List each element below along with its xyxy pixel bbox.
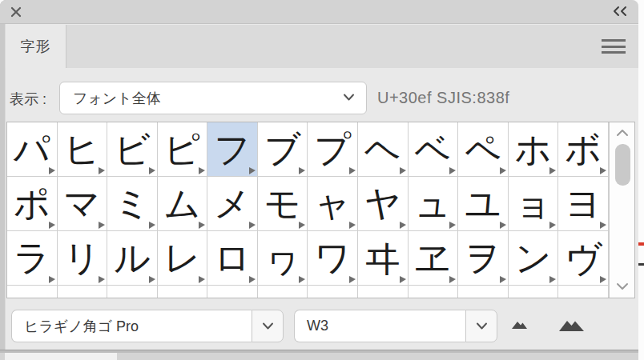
alternate-glyph-triangle-icon[interactable]: [299, 222, 305, 229]
display-select[interactable]: フォント全体: [59, 82, 367, 114]
alternate-glyph-triangle-icon[interactable]: [49, 276, 55, 283]
alternate-glyph-triangle-icon[interactable]: [449, 276, 456, 283]
glyph-cell-ワ[interactable]: ワ: [308, 231, 358, 286]
alternate-glyph-triangle-icon[interactable]: [500, 222, 506, 229]
alternate-glyph-triangle-icon[interactable]: [49, 222, 55, 229]
glyph-cell-ヱ[interactable]: ヱ: [409, 231, 459, 286]
glyph-cell-フ[interactable]: フ: [207, 122, 258, 177]
glyph-cell-ポ[interactable]: ポ: [7, 177, 58, 231]
alternate-glyph-triangle-icon[interactable]: [400, 167, 406, 174]
glyph-cell-ブ[interactable]: ブ: [258, 122, 308, 177]
alternate-glyph-triangle-icon[interactable]: [249, 167, 256, 174]
collapse-double-chevron-icon[interactable]: [611, 5, 629, 18]
scroll-up-icon[interactable]: [616, 128, 629, 138]
alternate-glyph-triangle-icon[interactable]: [600, 276, 606, 283]
alternate-glyph-triangle-icon[interactable]: [349, 276, 356, 283]
glyph-cell-ヨ[interactable]: ヨ: [558, 177, 609, 231]
next-panel-tab[interactable]: [5, 353, 117, 360]
alternate-glyph-triangle-icon[interactable]: [199, 276, 205, 283]
glyph-cell-ャ[interactable]: ャ: [308, 177, 358, 231]
glyph-cell-ユ[interactable]: ユ: [458, 177, 509, 231]
glyph-cell-ミ[interactable]: ミ: [107, 177, 158, 231]
glyph-cell-ペ[interactable]: ペ: [458, 122, 509, 177]
font-family-dropdown-button[interactable]: [252, 310, 284, 342]
large-mountain-icon[interactable]: [557, 317, 594, 334]
glyph-cell-メ[interactable]: メ: [207, 177, 258, 231]
font-family-select[interactable]: ヒラギノ角ゴ Pro: [11, 310, 284, 342]
glyph-cell-ピ[interactable]: ピ: [158, 122, 208, 177]
glyph-cell-ベ[interactable]: ベ: [409, 122, 459, 177]
alternate-glyph-triangle-icon[interactable]: [149, 276, 155, 283]
alternate-glyph-triangle-icon[interactable]: [349, 222, 356, 229]
glyph-cell-ュ[interactable]: ュ: [409, 177, 459, 231]
alternate-glyph-triangle-icon[interactable]: [549, 276, 556, 283]
glyph-cell-ヶ[interactable]: ヶ: [58, 286, 108, 298]
glyph-cell-Κ[interactable]: Κ: [558, 286, 609, 298]
glyph-cell-プ[interactable]: プ: [308, 122, 358, 177]
alternate-glyph-triangle-icon[interactable]: [500, 276, 506, 283]
glyph-cell-ヰ[interactable]: ヰ: [358, 231, 409, 286]
glyph-cell-ヲ[interactable]: ヲ: [458, 231, 509, 286]
glyph-cell-Α[interactable]: Α: [107, 286, 158, 298]
alternate-glyph-triangle-icon[interactable]: [249, 222, 256, 229]
glyph-cell-Ζ[interactable]: Ζ: [358, 286, 409, 298]
alternate-glyph-triangle-icon[interactable]: [400, 222, 406, 229]
glyph-cell-ラ[interactable]: ラ: [7, 231, 58, 286]
alternate-glyph-triangle-icon[interactable]: [600, 167, 606, 174]
glyph-cell-ロ[interactable]: ロ: [207, 231, 258, 286]
scroll-down-icon[interactable]: [616, 282, 629, 291]
glyph-cell-ム[interactable]: ム: [158, 177, 208, 231]
alternate-glyph-triangle-icon[interactable]: [400, 276, 406, 283]
glyph-cell-Η[interactable]: Η: [409, 286, 459, 298]
alternate-glyph-triangle-icon[interactable]: [199, 167, 205, 174]
glyph-cell-ヴ[interactable]: ヴ: [558, 231, 609, 286]
font-style-dropdown-button[interactable]: [465, 310, 497, 342]
small-mountain-icon[interactable]: [508, 317, 533, 333]
glyph-cell-リ[interactable]: リ: [58, 231, 108, 286]
glyph-cell-Θ[interactable]: Θ: [458, 286, 509, 298]
alternate-glyph-triangle-icon[interactable]: [349, 167, 356, 174]
glyph-cell-ホ[interactable]: ホ: [509, 122, 559, 177]
alternate-glyph-triangle-icon[interactable]: [299, 167, 305, 174]
alternate-glyph-triangle-icon[interactable]: [449, 167, 456, 174]
glyph-cell-パ[interactable]: パ: [7, 122, 58, 177]
glyph-cell-Ι[interactable]: Ι: [509, 286, 559, 298]
alternate-glyph-triangle-icon[interactable]: [549, 222, 556, 229]
glyph-cell-ヘ[interactable]: ヘ: [358, 122, 409, 177]
alternate-glyph-triangle-icon[interactable]: [99, 276, 105, 283]
glyph-cell-ン[interactable]: ン: [509, 231, 559, 286]
glyph-cell-マ[interactable]: マ: [58, 177, 108, 231]
alternate-glyph-triangle-icon[interactable]: [600, 222, 606, 229]
glyph-cell-ビ[interactable]: ビ: [107, 122, 158, 177]
alternate-glyph-triangle-icon[interactable]: [49, 167, 55, 174]
alternate-glyph-triangle-icon[interactable]: [99, 222, 105, 229]
alternate-glyph-triangle-icon[interactable]: [199, 222, 205, 229]
glyph-cell-ヵ[interactable]: ヵ: [7, 286, 58, 298]
glyph-cell-Δ[interactable]: Δ: [258, 286, 308, 298]
alternate-glyph-triangle-icon[interactable]: [549, 167, 556, 174]
glyph-cell-ョ[interactable]: ョ: [509, 177, 559, 231]
grid-scrollbar[interactable]: [609, 122, 634, 298]
close-icon[interactable]: [10, 6, 22, 18]
scrollbar-thumb[interactable]: [615, 144, 630, 186]
alternate-glyph-triangle-icon[interactable]: [500, 167, 506, 174]
alternate-glyph-triangle-icon[interactable]: [449, 222, 456, 229]
glyph-cell-ヤ[interactable]: ヤ: [358, 177, 409, 231]
alternate-glyph-triangle-icon[interactable]: [149, 167, 155, 174]
glyph-cell-ル[interactable]: ル: [107, 231, 158, 286]
alternate-glyph-triangle-icon[interactable]: [149, 222, 155, 229]
panel-menu-icon[interactable]: [602, 39, 626, 54]
glyph-cell-Γ[interactable]: Γ: [207, 286, 258, 298]
alternate-glyph-triangle-icon[interactable]: [99, 167, 105, 174]
glyph-cell-ボ[interactable]: ボ: [558, 122, 609, 177]
glyph-cell-ヮ[interactable]: ヮ: [258, 231, 308, 286]
glyph-cell-Ε[interactable]: Ε: [308, 286, 358, 298]
alternate-glyph-triangle-icon[interactable]: [299, 276, 305, 283]
alternate-glyph-triangle-icon[interactable]: [249, 276, 256, 283]
glyph-cell-ヒ[interactable]: ヒ: [58, 122, 108, 177]
glyph-cell-モ[interactable]: モ: [258, 177, 308, 231]
font-style-select[interactable]: W3: [294, 310, 497, 342]
glyph-cell-Β[interactable]: Β: [158, 286, 208, 298]
tab-glyphs[interactable]: 字形: [6, 25, 66, 68]
glyph-cell-レ[interactable]: レ: [158, 231, 208, 286]
